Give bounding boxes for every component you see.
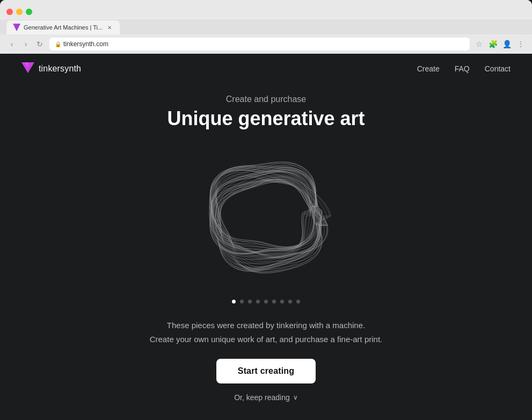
nav-contact[interactable]: Contact — [485, 64, 511, 73]
extension-icon[interactable]: 🧩 — [488, 39, 498, 49]
nav-create[interactable]: Create — [417, 64, 440, 73]
minimize-button[interactable] — [16, 9, 23, 15]
carousel-dots — [232, 300, 300, 303]
keep-reading-link[interactable]: Or, keep reading ∨ — [234, 393, 298, 402]
url-text: tinkersynth.com — [63, 40, 108, 48]
account-icon[interactable]: 👤 — [502, 39, 512, 49]
tab-bar: Generative Art Machines | Ti... ✕ — [0, 19, 532, 34]
chevron-down-icon: ∨ — [293, 394, 298, 401]
hero-title: Unique generative art — [167, 107, 365, 130]
back-button[interactable]: ‹ — [6, 39, 17, 49]
carousel-dot-0[interactable] — [232, 300, 236, 303]
navigation: tinkersynth Create FAQ Contact — [0, 54, 532, 84]
logo-text: tinkersynth — [39, 64, 81, 74]
tab-close-icon[interactable]: ✕ — [106, 24, 113, 31]
hero-description: These pieces were created by tinkering w… — [150, 318, 383, 346]
nav-faq[interactable]: FAQ — [455, 64, 470, 73]
logo-icon — [21, 62, 34, 75]
carousel-dot-1[interactable] — [240, 300, 244, 303]
toolbar-right: ☆ 🧩 👤 ⋮ — [474, 39, 526, 49]
reload-button[interactable]: ↻ — [34, 39, 45, 49]
browser-chrome: Generative Art Machines | Ti... ✕ ‹ › ↻ … — [0, 0, 532, 54]
close-button[interactable] — [6, 9, 13, 15]
traffic-lights — [6, 9, 32, 15]
carousel-dot-6[interactable] — [280, 300, 284, 303]
carousel-dot-7[interactable] — [288, 300, 292, 303]
forward-button[interactable]: › — [20, 39, 31, 49]
hero-section: Create and purchase Unique generative ar… — [0, 84, 532, 420]
carousel-dot-8[interactable] — [296, 300, 300, 303]
lock-icon: 🔒 — [55, 41, 61, 47]
start-creating-button[interactable]: Start creating — [216, 359, 316, 383]
url-field[interactable]: 🔒 tinkersynth.com — [49, 38, 470, 50]
bookmark-icon[interactable]: ☆ — [474, 39, 484, 49]
address-bar: ‹ › ↻ 🔒 tinkersynth.com ☆ 🧩 👤 ⋮ — [0, 34, 532, 54]
maximize-button[interactable] — [26, 9, 32, 15]
carousel-dot-3[interactable] — [256, 300, 260, 303]
tab-title: Generative Art Machines | Ti... — [24, 24, 103, 31]
tab-favicon-icon — [13, 24, 20, 31]
carousel-dot-2[interactable] — [248, 300, 252, 303]
nav-links: Create FAQ Contact — [417, 64, 511, 73]
hero-subtitle: Create and purchase — [226, 95, 306, 104]
logo[interactable]: tinkersynth — [21, 62, 81, 75]
carousel-dot-5[interactable] — [272, 300, 276, 303]
art-visualization — [191, 141, 341, 291]
menu-icon[interactable]: ⋮ — [516, 39, 526, 49]
nav-buttons: ‹ › ↻ — [6, 39, 45, 49]
titlebar — [0, 0, 532, 18]
website-content: tinkersynth Create FAQ Contact Create an… — [0, 54, 532, 420]
browser-tab[interactable]: Generative Art Machines | Ti... ✕ — [6, 20, 120, 34]
carousel-dot-4[interactable] — [264, 300, 268, 303]
